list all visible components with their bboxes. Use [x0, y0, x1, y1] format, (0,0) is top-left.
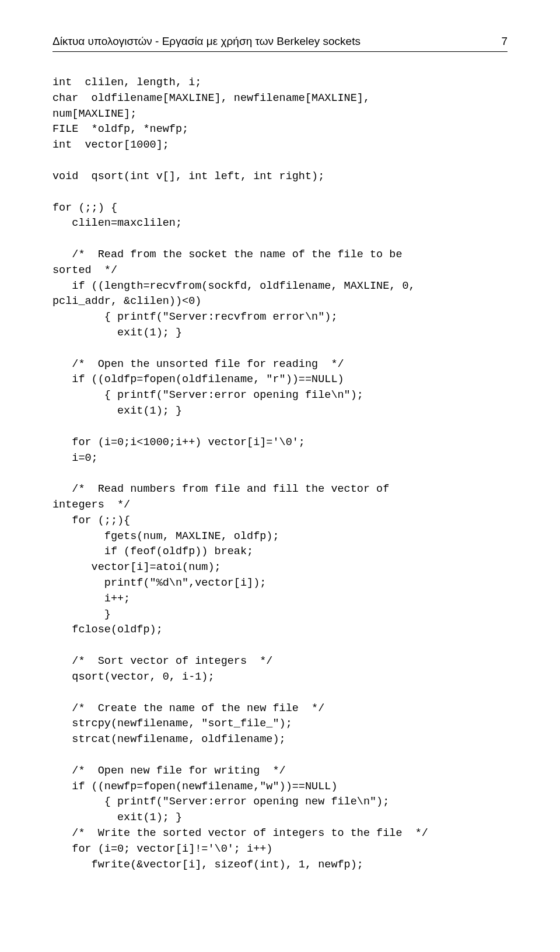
document-page: Δίκτυα υπολογιστών - Εργασία με χρήση τω… [0, 0, 560, 908]
header-title: Δίκτυα υπολογιστών - Εργασία με χρήση τω… [52, 35, 360, 48]
code-block: int clilen, length, i; char oldfilename[… [52, 75, 508, 873]
page-number: 7 [501, 35, 508, 48]
page-header: Δίκτυα υπολογιστών - Εργασία με χρήση τω… [52, 35, 508, 52]
